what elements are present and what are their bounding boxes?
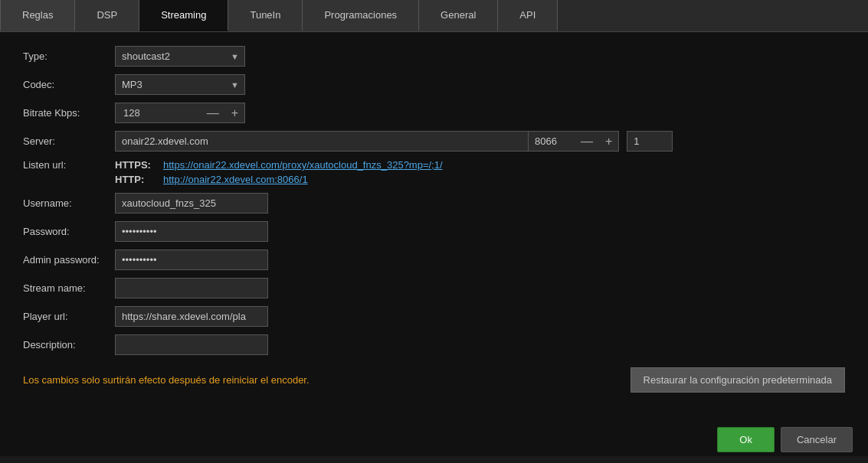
- https-url-line: HTTPS: https://onair22.xdevel.com/proxy/…: [115, 159, 443, 171]
- player-url-row: Player url:: [23, 306, 845, 327]
- bitrate-value: 128: [116, 103, 201, 122]
- server-host-input[interactable]: [115, 131, 529, 152]
- http-url-line: HTTP: http://onair22.xdevel.com:8066/1: [115, 174, 443, 185]
- type-select[interactable]: shoutcast2 shoutcast1 icecast2: [115, 46, 245, 67]
- tab-programaciones[interactable]: Programaciones: [303, 0, 419, 31]
- description-row: Description:: [23, 334, 845, 355]
- tab-general[interactable]: General: [419, 0, 498, 31]
- page-wrapper: Reglas DSP Streaming TuneIn Programacion…: [0, 0, 868, 463]
- warning-text: Los cambios solo surtirán efecto después…: [23, 374, 310, 386]
- username-row: Username:: [23, 193, 845, 214]
- description-input[interactable]: [115, 334, 268, 355]
- http-protocol-label: HTTP:: [115, 174, 157, 185]
- player-url-input[interactable]: [115, 306, 268, 327]
- codec-label: Codec:: [23, 79, 115, 90]
- bitrate-increase-button[interactable]: +: [225, 104, 244, 122]
- type-row: Type: shoutcast2 shoutcast1 icecast2 ▼: [23, 46, 845, 67]
- bitrate-label: Bitrate Kbps:: [23, 107, 115, 119]
- ok-button[interactable]: Ok: [717, 427, 775, 452]
- codec-select[interactable]: MP3 AAC OGG: [115, 74, 245, 95]
- type-label: Type:: [23, 51, 115, 62]
- http-url-link[interactable]: http://onair22.xdevel.com:8066/1: [163, 174, 308, 185]
- codec-select-wrapper: MP3 AAC OGG ▼: [115, 74, 245, 95]
- admin-password-input[interactable]: [115, 249, 268, 270]
- tab-reglas[interactable]: Reglas: [0, 0, 75, 31]
- reset-button[interactable]: Restaurar la configuración predeterminad…: [631, 367, 845, 393]
- username-input[interactable]: [115, 193, 268, 214]
- server-num-input[interactable]: [627, 131, 673, 152]
- password-row: Password:: [23, 221, 845, 242]
- server-port-input[interactable]: [529, 132, 575, 151]
- tab-api[interactable]: API: [498, 0, 558, 31]
- https-url-link[interactable]: https://onair22.xdevel.com/proxy/xautocl…: [163, 159, 443, 171]
- cancel-button[interactable]: Cancelar: [781, 427, 853, 452]
- bitrate-wrapper: 128 — +: [115, 103, 245, 123]
- server-inputs: — +: [115, 131, 673, 152]
- admin-password-row: Admin password:: [23, 249, 845, 270]
- https-protocol-label: HTTPS:: [115, 159, 157, 171]
- codec-row: Codec: MP3 AAC OGG ▼: [23, 74, 845, 95]
- tab-bar: Reglas DSP Streaming TuneIn Programacion…: [0, 0, 868, 32]
- server-row: Server: — +: [23, 131, 845, 152]
- tab-streaming[interactable]: Streaming: [139, 0, 228, 31]
- stream-name-input[interactable]: [115, 278, 268, 298]
- stream-name-row: Stream name:: [23, 278, 845, 298]
- listen-url-row: Listen url: HTTPS: https://onair22.xdeve…: [23, 159, 845, 185]
- server-label: Server:: [23, 135, 115, 147]
- content-area: Type: shoutcast2 shoutcast1 icecast2 ▼ C…: [0, 32, 868, 456]
- admin-password-label: Admin password:: [23, 254, 115, 266]
- warning-row: Los cambios solo surtirán efecto después…: [23, 367, 845, 393]
- bitrate-decrease-button[interactable]: —: [201, 104, 225, 122]
- username-label: Username:: [23, 197, 115, 209]
- listen-url-content: HTTPS: https://onair22.xdevel.com/proxy/…: [115, 159, 443, 185]
- type-select-wrapper: shoutcast2 shoutcast1 icecast2 ▼: [115, 46, 245, 67]
- port-increase-button[interactable]: +: [599, 132, 618, 151]
- tab-tunein[interactable]: TuneIn: [228, 0, 303, 31]
- server-port-wrapper: — +: [529, 131, 619, 152]
- bitrate-row: Bitrate Kbps: 128 — +: [23, 103, 845, 123]
- description-label: Description:: [23, 339, 115, 351]
- stream-name-label: Stream name:: [23, 282, 115, 294]
- tab-dsp[interactable]: DSP: [75, 0, 139, 31]
- bottom-bar: Ok Cancelar: [717, 427, 853, 452]
- player-url-label: Player url:: [23, 311, 115, 322]
- port-decrease-button[interactable]: —: [575, 132, 599, 151]
- password-label: Password:: [23, 226, 115, 237]
- password-input[interactable]: [115, 221, 268, 242]
- listen-url-label: Listen url:: [23, 159, 115, 171]
